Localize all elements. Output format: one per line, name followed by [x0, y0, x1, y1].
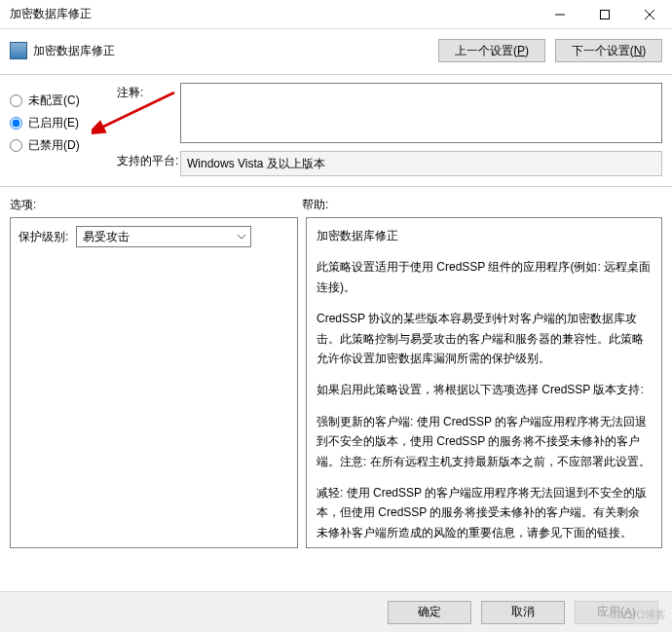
- window-title: 加密数据库修正: [0, 6, 538, 22]
- supported-platform: Windows Vista 及以上版本: [180, 151, 662, 176]
- help-panel[interactable]: 加密数据库修正 此策略设置适用于使用 CredSSP 组件的应用程序(例如: 远…: [306, 217, 662, 548]
- help-text: CredSSP 协议的某些版本容易受到针对客户端的加密数据库攻击。此策略控制与易…: [317, 309, 652, 368]
- comment-label: 注释:: [117, 83, 180, 143]
- state-radio-group: 未配置(C) 已启用(E) 已禁用(D): [10, 83, 117, 176]
- help-text: 加密数据库修正: [317, 226, 652, 245]
- title-bar: 加密数据库修正: [0, 0, 672, 29]
- comment-field[interactable]: [180, 83, 662, 143]
- radio-disabled[interactable]: 已禁用(D): [10, 137, 117, 154]
- help-text: 此策略设置适用于使用 CredSSP 组件的应用程序(例如: 远程桌面连接)。: [317, 257, 652, 297]
- header-title: 加密数据库修正: [33, 43, 438, 59]
- close-button[interactable]: [627, 0, 672, 29]
- protection-level-select[interactable]: 易受攻击: [76, 226, 251, 247]
- cancel-button[interactable]: 取消: [481, 601, 565, 624]
- select-value: 易受攻击: [83, 229, 130, 245]
- help-text: 如果启用此策略设置，将根据以下选项选择 CredSSP 版本支持:: [317, 380, 652, 399]
- next-setting-button[interactable]: 下一个设置(N): [555, 39, 662, 62]
- ok-button[interactable]: 确定: [388, 601, 471, 624]
- options-panel: 保护级别: 易受攻击: [10, 217, 298, 548]
- radio-enabled[interactable]: 已启用(E): [10, 115, 117, 131]
- help-text: 减轻: 使用 CredSSP 的客户端应用程序将无法回退到不安全的版本，但使用 …: [317, 483, 652, 542]
- platform-label: 支持的平台:: [117, 151, 180, 176]
- dialog-footer: 确定 取消 应用(A): [0, 591, 672, 632]
- radio-label: 未配置(C): [28, 93, 80, 109]
- help-label: 帮助:: [302, 197, 662, 213]
- svg-rect-1: [601, 10, 610, 19]
- radio-label: 已启用(E): [28, 115, 79, 131]
- previous-setting-button[interactable]: 上一个设置(P): [438, 39, 545, 62]
- minimize-button[interactable]: [538, 0, 582, 29]
- chevron-down-icon: [237, 231, 246, 244]
- radio-label: 已禁用(D): [28, 137, 80, 154]
- protection-level-label: 保护级别:: [19, 229, 68, 245]
- header: 加密数据库修正 上一个设置(P) 下一个设置(N): [0, 29, 672, 68]
- maximize-button[interactable]: [582, 0, 627, 29]
- radio-not-configured[interactable]: 未配置(C): [10, 93, 117, 109]
- policy-icon: [10, 42, 27, 59]
- help-text: 强制更新的客户端: 使用 CredSSP 的客户端应用程序将无法回退到不安全的版…: [317, 412, 652, 471]
- watermark: 51CTO博客: [611, 608, 666, 622]
- options-label: 选项:: [10, 197, 302, 213]
